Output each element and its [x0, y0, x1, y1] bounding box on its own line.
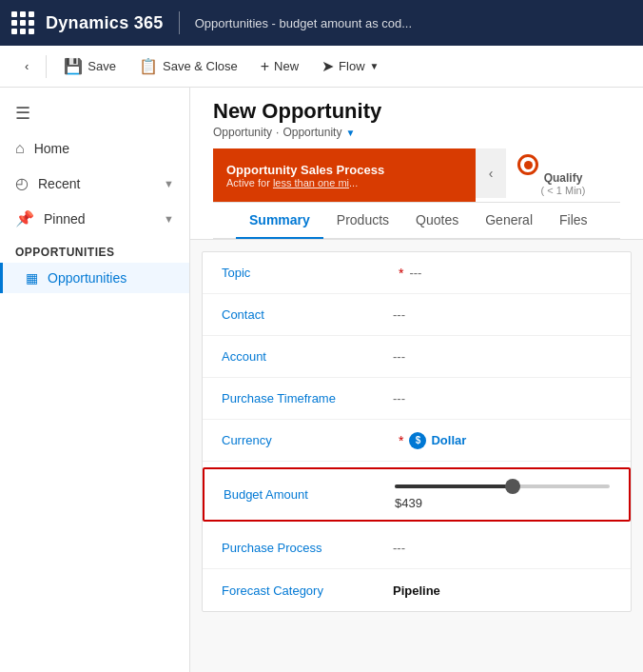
process-bar-area: Opportunity Sales Process Active for les…	[213, 148, 620, 203]
sidebar-item-pinned[interactable]: 📌 Pinned ▼	[0, 201, 189, 236]
sidebar: ☰ ⌂ Home ◴ Recent ▼ 📌 Pinned ▼ Opportuni…	[0, 88, 190, 672]
budget-slider-track[interactable]	[395, 484, 610, 488]
account-value[interactable]: ---	[393, 349, 405, 364]
tab-general[interactable]: General	[472, 203, 546, 239]
budget-amount-value: $439	[395, 496, 610, 510]
field-contact: Contact ---	[203, 294, 631, 336]
flow-button[interactable]: ➤ Flow ▼	[312, 53, 388, 79]
topic-value[interactable]: ---	[409, 266, 421, 280]
breadcrumb: Opportunity · Opportunity ▼	[213, 126, 620, 139]
currency-required: *	[399, 433, 403, 448]
new-button[interactable]: + New	[251, 54, 308, 79]
field-forecast-category: Forecast Category Pipeline	[203, 569, 631, 611]
purchase-timeframe-value[interactable]: ---	[393, 391, 405, 405]
page-header: New Opportunity Opportunity · Opportunit…	[190, 88, 643, 240]
forecast-category-value[interactable]: Pipeline	[393, 583, 440, 598]
purchase-process-label: Purchase Process	[222, 541, 393, 555]
topic-required: *	[399, 266, 403, 281]
tabs: Summary Products Quotes General Files	[213, 203, 620, 239]
chevron-down-icon: ▼	[164, 178, 174, 189]
field-purchase-process: Purchase Process ---	[203, 527, 631, 569]
forecast-category-label: Forecast Category	[222, 583, 393, 598]
cmd-separator-1	[46, 55, 47, 78]
currency-icon: $	[409, 432, 426, 449]
tab-files[interactable]: Files	[546, 203, 601, 239]
field-purchase-timeframe: Purchase Timeframe ---	[203, 378, 631, 420]
hamburger-button[interactable]: ☰	[0, 95, 189, 131]
tab-products[interactable]: Products	[323, 203, 402, 239]
topic-label: Topic	[222, 266, 393, 280]
process-collapse-button[interactable]: ‹	[476, 148, 506, 198]
form-area: Topic * --- Contact --- Account --- Purc…	[202, 251, 632, 612]
process-bar: Opportunity Sales Process Active for les…	[213, 148, 476, 202]
qualify-section: Qualify ( < 1 Min)	[506, 148, 620, 202]
qualify-time: ( < 1 Min)	[541, 185, 586, 196]
sidebar-section-opportunities: Opportunities	[0, 236, 189, 263]
currency-label: Currency	[222, 433, 393, 447]
slider-fill	[395, 484, 513, 488]
top-bar: Dynamics 365 Opportunities - budget amou…	[0, 0, 643, 46]
flow-chevron-icon: ▼	[370, 61, 380, 71]
field-account: Account ---	[203, 336, 631, 378]
sidebar-item-recent[interactable]: ◴ Recent ▼	[0, 166, 189, 201]
new-icon: +	[261, 58, 269, 75]
opportunities-icon: ▦	[26, 270, 38, 286]
contact-label: Contact	[222, 307, 393, 322]
slider-thumb[interactable]	[505, 479, 520, 494]
app-title: Dynamics 365	[46, 13, 164, 33]
budget-slider-container: $439	[395, 479, 610, 510]
tab-summary[interactable]: Summary	[236, 203, 323, 239]
sidebar-item-opportunities[interactable]: ▦ Opportunities	[0, 263, 189, 293]
process-subtitle: Active for less than one mi...	[226, 177, 462, 188]
purchase-process-value[interactable]: ---	[393, 541, 405, 555]
tab-quotes[interactable]: Quotes	[402, 203, 472, 239]
content-area: New Opportunity Opportunity · Opportunit…	[190, 88, 643, 672]
page-title: New Opportunity	[213, 99, 620, 124]
home-icon: ⌂	[15, 140, 25, 157]
field-budget-amount: Budget Amount $439	[203, 467, 631, 522]
account-label: Account	[222, 349, 393, 364]
recent-icon: ◴	[15, 174, 29, 192]
field-currency: Currency * $ Dollar	[203, 420, 631, 462]
field-topic: Topic * ---	[203, 252, 631, 294]
sidebar-item-home[interactable]: ⌂ Home	[0, 131, 189, 166]
currency-value[interactable]: $ Dollar	[409, 432, 466, 449]
flow-icon: ➤	[322, 57, 334, 75]
back-button[interactable]: ‹	[15, 55, 38, 77]
save-close-button[interactable]: 📋 Save & Close	[129, 53, 247, 79]
breadcrumb-chevron-icon[interactable]: ▼	[345, 128, 355, 138]
pin-icon: 📌	[15, 209, 34, 227]
save-icon: 💾	[64, 57, 83, 75]
qualify-label: Qualify	[541, 171, 586, 185]
waffle-icon[interactable]	[11, 11, 34, 34]
top-divider	[179, 11, 180, 34]
main-layout: ☰ ⌂ Home ◴ Recent ▼ 📌 Pinned ▼ Opportuni…	[0, 88, 643, 672]
page-subtitle: Opportunities - budget amount as cod...	[195, 16, 412, 30]
chevron-down-icon-2: ▼	[164, 213, 174, 225]
process-title: Opportunity Sales Process	[226, 163, 462, 177]
budget-amount-label: Budget Amount	[224, 487, 395, 502]
save-close-icon: 📋	[139, 57, 158, 75]
purchase-timeframe-label: Purchase Timeframe	[222, 391, 393, 405]
contact-value[interactable]: ---	[393, 307, 405, 322]
qualify-status-icon	[517, 154, 538, 175]
command-bar: ‹ 💾 Save 📋 Save & Close + New ➤ Flow ▼	[0, 46, 643, 88]
save-button[interactable]: 💾 Save	[54, 53, 126, 79]
